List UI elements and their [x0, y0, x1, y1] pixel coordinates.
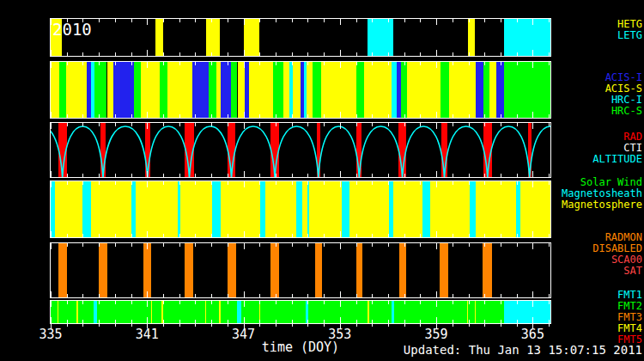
- day-tick: [404, 62, 405, 65]
- day-tick: [179, 301, 180, 304]
- day-tick: [276, 301, 276, 304]
- axis-tick: [356, 324, 357, 327]
- day-tick: [469, 234, 470, 237]
- day-tick: [228, 320, 228, 323]
- day-tick: [163, 52, 164, 56]
- day-tick: [484, 181, 485, 185]
- day-tick: [356, 62, 357, 65]
- day-tick: [115, 294, 116, 297]
- day-tick: [195, 62, 196, 65]
- day-tick: [324, 174, 325, 177]
- day-tick: [307, 114, 308, 118]
- day-tick: [372, 62, 373, 65]
- day-tick: [484, 294, 485, 297]
- instruments-segment: [313, 62, 321, 118]
- day-tick: [147, 317, 148, 323]
- day-tick: [211, 320, 212, 323]
- day-tick: [67, 52, 68, 56]
- day-tick: [82, 62, 83, 65]
- day-tick: [532, 50, 533, 56]
- day-tick: [469, 62, 470, 65]
- instruments-segment: [209, 62, 216, 118]
- day-tick: [195, 123, 196, 126]
- updated-timestamp: Updated: Thu Jan 13 15:07:15 2011: [404, 343, 642, 357]
- day-tick: [484, 114, 485, 118]
- day-tick: [228, 301, 228, 304]
- day-tick: [324, 62, 325, 65]
- day-tick: [484, 243, 485, 247]
- space-weather-regions-segment: [307, 181, 309, 237]
- day-tick: [501, 52, 501, 56]
- day-tick: [131, 234, 132, 237]
- day-tick: [276, 123, 276, 126]
- axis-tick-label: 359: [425, 327, 448, 342]
- day-tick: [404, 19, 405, 22]
- space-weather-regions-segment: [131, 181, 136, 237]
- day-tick: [67, 301, 68, 304]
- telemetry-formats-segment: [76, 301, 78, 323]
- day-tick: [276, 181, 276, 185]
- day-tick: [147, 50, 148, 56]
- day-tick: [372, 294, 373, 297]
- day-tick: [356, 301, 357, 304]
- day-tick: [453, 52, 453, 56]
- day-tick: [307, 181, 308, 185]
- instruments-segment: [134, 62, 141, 118]
- day-tick: [244, 243, 245, 249]
- day-tick: [549, 234, 550, 237]
- day-tick: [163, 174, 164, 177]
- day-tick: [211, 294, 212, 297]
- day-tick: [340, 112, 341, 118]
- axis-tick: [82, 324, 83, 327]
- day-tick: [469, 174, 470, 177]
- instruments-segment: [401, 62, 408, 118]
- band-content-gratings: [51, 19, 550, 56]
- radmon-states-segment: [185, 243, 193, 297]
- day-tick: [259, 234, 260, 237]
- day-tick: [211, 19, 212, 22]
- axis-tick: [292, 324, 293, 327]
- axis-tick: [517, 324, 518, 327]
- band-space-weather-regions: [50, 180, 551, 238]
- day-tick: [340, 171, 341, 177]
- day-tick: [163, 234, 164, 237]
- day-tick: [99, 294, 100, 297]
- day-tick: [99, 19, 100, 22]
- band-radmon-states: [50, 242, 551, 298]
- telemetry-formats-segment: [205, 301, 207, 323]
- timeline-screenshot: 2010 335341347353359365 time (DOY) HETGL…: [0, 0, 644, 361]
- instruments-segment: [167, 62, 191, 118]
- day-tick: [179, 19, 180, 22]
- day-tick: [469, 181, 470, 185]
- instruments-segment: [51, 62, 59, 118]
- day-tick: [179, 320, 180, 323]
- axis-tick: [67, 324, 68, 327]
- day-tick: [469, 19, 470, 22]
- day-tick: [501, 181, 501, 185]
- day-tick: [372, 114, 373, 118]
- radmon-states-segment: [143, 243, 151, 297]
- day-tick: [99, 234, 100, 237]
- axis-tick: [484, 324, 485, 327]
- day-tick: [324, 294, 325, 297]
- axis-tick: [276, 324, 276, 327]
- day-tick: [372, 123, 373, 126]
- day-tick: [356, 294, 357, 297]
- day-tick: [67, 320, 68, 323]
- day-tick: [276, 174, 276, 177]
- instruments-segment: [440, 62, 449, 118]
- instruments-segment: [249, 62, 273, 118]
- day-tick: [340, 231, 341, 237]
- instruments-segment: [238, 62, 246, 118]
- day-tick: [276, 320, 276, 323]
- day-tick: [307, 294, 308, 297]
- space-weather-regions-segment: [422, 181, 430, 237]
- day-tick: [292, 234, 293, 237]
- axis-tick: [501, 324, 501, 327]
- day-tick: [259, 114, 260, 118]
- day-tick: [67, 174, 68, 177]
- day-tick: [356, 320, 357, 323]
- legend-magnetosphere: Magnetosphere: [562, 199, 642, 211]
- day-tick: [292, 174, 293, 177]
- day-tick: [388, 181, 389, 185]
